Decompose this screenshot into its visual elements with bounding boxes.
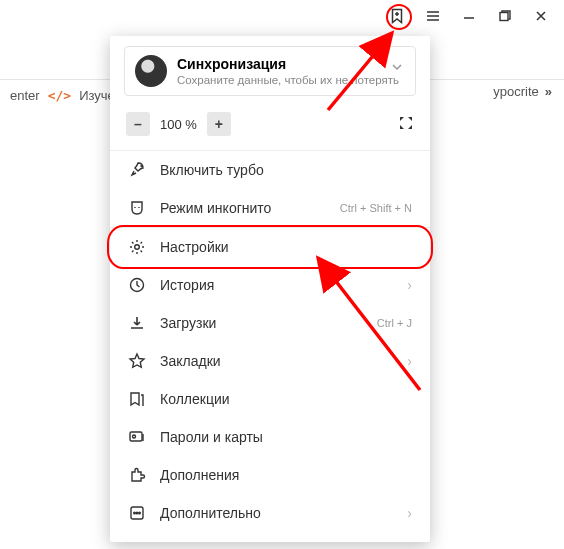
- flame-button[interactable]: [486, 42, 514, 70]
- shortcut-hint: Ctrl + Shift + N: [340, 202, 412, 214]
- sync-subtitle: Сохраните данные, чтобы их не потерять: [177, 74, 399, 86]
- menu-item-incognito[interactable]: Режим инкогнито Ctrl + Shift + N: [110, 189, 430, 227]
- sync-title: Синхронизация: [177, 56, 399, 72]
- menu-label: Режим инкогнито: [160, 200, 326, 216]
- menu-item-history[interactable]: История ›: [110, 266, 430, 304]
- svg-point-4: [133, 435, 136, 438]
- menu-label: История: [160, 277, 393, 293]
- window-maximize-button[interactable]: [488, 2, 522, 30]
- window-minimize-button[interactable]: [452, 2, 486, 30]
- bookmark-strip-button[interactable]: [448, 42, 476, 70]
- collections-icon: [128, 390, 146, 408]
- chevron-right-icon: ›: [407, 505, 412, 521]
- flame-icon: [491, 47, 509, 65]
- chevron-down-icon: [391, 61, 403, 76]
- menu-item-downloads[interactable]: Загрузки Ctrl + J: [110, 304, 430, 342]
- shortcut-hint: Ctrl + J: [377, 317, 412, 329]
- panel-bookmark-fragment: ypocrite »: [493, 84, 552, 99]
- menu-label: Коллекции: [160, 391, 412, 407]
- bookmark-filled-icon: [454, 48, 470, 64]
- key-card-icon: [128, 428, 146, 446]
- fullscreen-button[interactable]: [398, 115, 414, 134]
- chevron-right-icon: ›: [407, 277, 412, 293]
- sync-card[interactable]: Синхронизация Сохраните данные, чтобы их…: [124, 46, 416, 96]
- svg-point-8: [139, 512, 141, 514]
- zoom-row: – 100 % +: [110, 102, 430, 150]
- avatar: [135, 55, 167, 87]
- bookmark-page-button[interactable]: [380, 2, 414, 30]
- svg-point-6: [134, 512, 136, 514]
- menu-label: Дополнительно: [160, 505, 393, 521]
- zoom-value: 100 %: [160, 117, 197, 132]
- download-icon: [128, 314, 146, 332]
- menu-item-collections[interactable]: Коллекции: [110, 380, 430, 418]
- close-icon: [534, 9, 548, 23]
- star-icon: [128, 352, 146, 370]
- bookmark-item[interactable]: enter: [10, 88, 40, 103]
- menu-label: Включить турбо: [160, 162, 412, 178]
- rocket-icon: [128, 161, 146, 179]
- puzzle-icon: [128, 466, 146, 484]
- menu-item-more[interactable]: Дополнительно ›: [110, 494, 430, 532]
- menu-label: Пароли и карты: [160, 429, 412, 445]
- gear-icon: [128, 238, 146, 256]
- fullscreen-icon: [398, 115, 414, 131]
- menu-item-turbo[interactable]: Включить турбо: [110, 151, 430, 189]
- hamburger-icon: [425, 8, 441, 24]
- menu-item-passwords[interactable]: Пароли и карты: [110, 418, 430, 456]
- sync-text: Синхронизация Сохраните данные, чтобы их…: [177, 56, 399, 86]
- menu-label: Дополнения: [160, 467, 412, 483]
- main-menu-dropdown: Синхронизация Сохраните данные, чтобы их…: [110, 36, 430, 542]
- menu-item-addons[interactable]: Дополнения: [110, 456, 430, 494]
- chevron-right-icon: ›: [407, 353, 412, 369]
- window-titlebar: [0, 0, 564, 32]
- download-icon: [529, 47, 547, 65]
- bookmark-item[interactable]: ypocrite: [493, 84, 539, 99]
- bookmarks-more-button[interactable]: »: [545, 84, 552, 99]
- download-button[interactable]: [524, 42, 552, 70]
- code-icon: </>: [48, 88, 71, 103]
- history-icon: [128, 276, 146, 294]
- svg-point-7: [136, 512, 138, 514]
- more-icon: [128, 504, 146, 522]
- svg-rect-0: [500, 13, 508, 21]
- menu-label: Закладки: [160, 353, 393, 369]
- incognito-icon: [128, 199, 146, 217]
- window-close-button[interactable]: [524, 2, 558, 30]
- menu-item-bookmarks[interactable]: Закладки ›: [110, 342, 430, 380]
- bookmark-outline-icon: [389, 8, 405, 24]
- maximize-icon: [498, 9, 512, 23]
- zoom-in-button[interactable]: +: [207, 112, 231, 136]
- menu-item-settings[interactable]: Настройки: [110, 228, 430, 266]
- zoom-out-button[interactable]: –: [126, 112, 150, 136]
- main-menu-button[interactable]: [416, 2, 450, 30]
- svg-point-1: [135, 245, 140, 250]
- menu-label: Настройки: [160, 239, 412, 255]
- minimize-icon: [462, 9, 476, 23]
- menu-label: Загрузки: [160, 315, 363, 331]
